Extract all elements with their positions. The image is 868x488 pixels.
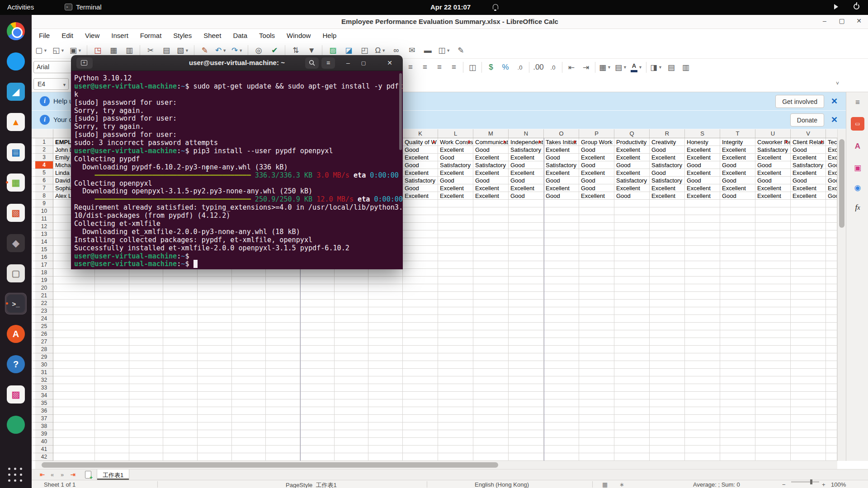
terminal-output[interactable]: Python 3.10.12user@user-virtual-machine:… — [71, 71, 403, 269]
row-header-40[interactable]: 40 — [35, 438, 53, 446]
cell[interactable]: Excellent — [685, 154, 720, 161]
cell[interactable]: Excellent — [650, 192, 684, 200]
cell[interactable]: Creativity — [650, 138, 684, 146]
toolbar-autofilter-button[interactable]: ▼ — [306, 46, 317, 55]
row-header-23[interactable]: 23 — [35, 307, 53, 315]
dock-icon-libreoffice-impress[interactable]: ▧ — [5, 202, 27, 224]
clock[interactable]: Apr 22 01:07 — [430, 3, 471, 11]
row-header-38[interactable]: 38 — [35, 422, 53, 430]
dock-icon-vscode[interactable]: ◢ — [5, 81, 27, 103]
toolbar-redo-button[interactable]: ↷▼ — [231, 46, 243, 55]
cell[interactable]: Excellent — [438, 146, 473, 154]
menu-edit[interactable]: Edit — [61, 32, 73, 42]
dock-icon-files[interactable]: ▢ — [5, 263, 27, 284]
row-header-11[interactable]: 11 — [35, 215, 53, 223]
zoom-slider[interactable] — [791, 481, 819, 483]
row-header-27[interactable]: 27 — [35, 338, 53, 346]
next-sheet-icon[interactable]: » — [61, 471, 64, 478]
menu-data[interactable]: Data — [233, 32, 247, 42]
cell[interactable]: Exc — [826, 154, 837, 161]
dock-icon-terminal[interactable]: >_ — [5, 293, 27, 314]
cell[interactable]: Excellent — [544, 184, 579, 192]
toolbar-new-button[interactable]: ▢▼ — [35, 46, 47, 55]
toolbar-format-number-button[interactable]: .0 — [514, 64, 525, 71]
toolbar-cut-button[interactable]: ✂ — [145, 46, 156, 55]
dock-icon-app-blue[interactable] — [5, 51, 27, 72]
cell[interactable]: Excellent — [579, 192, 614, 200]
cell[interactable]: Good — [438, 177, 473, 184]
row-header-19[interactable]: 19 — [35, 277, 53, 284]
toolbar-border-style-button[interactable]: ▤▼ — [615, 63, 627, 72]
first-sheet-icon[interactable]: ⇤ — [40, 471, 45, 478]
row-header-26[interactable]: 26 — [35, 330, 53, 338]
cell[interactable]: Excellent — [791, 154, 826, 161]
menu-file[interactable]: File — [39, 32, 50, 42]
row-header-10[interactable]: 10 — [35, 207, 53, 215]
toolbar-align-center-button[interactable]: ≡ — [420, 63, 430, 72]
cell[interactable]: Good — [650, 169, 684, 177]
cell[interactable]: Productivity — [614, 138, 649, 146]
row-header-7[interactable]: 7 — [35, 184, 53, 192]
cell[interactable]: Exc — [826, 184, 837, 192]
column-header-Q[interactable]: Q — [614, 129, 650, 138]
toolbar-insert-columns-button[interactable]: ▥ — [680, 63, 691, 72]
cell[interactable]: Excellent — [685, 169, 720, 177]
cell[interactable]: Client Relati — [791, 138, 826, 146]
name-box[interactable]: E4 ▼ — [33, 78, 69, 90]
toolbar-format-currency-button[interactable]: $ — [486, 63, 496, 72]
cell[interactable]: Excellent — [473, 184, 508, 192]
cell[interactable]: Good — [614, 161, 649, 169]
properties-icon[interactable]: ▭ — [851, 117, 864, 131]
cell[interactable]: Group Work — [579, 138, 614, 146]
cell[interactable]: Good — [579, 161, 614, 169]
menu-window[interactable]: Window — [287, 32, 311, 42]
toolbar-print-button[interactable]: ▦ — [108, 46, 119, 55]
menu-view[interactable]: View — [85, 32, 99, 42]
terminal-maximize-button[interactable]: ▢ — [357, 57, 370, 69]
cell[interactable]: Good — [755, 161, 790, 169]
row-header-39[interactable]: 39 — [35, 430, 53, 438]
menu-styles[interactable]: Styles — [173, 32, 192, 42]
expand-formula-bar-icon[interactable]: ˅ — [836, 80, 839, 87]
row-header-15[interactable]: 15 — [35, 246, 53, 253]
toolbar-align-left-button[interactable]: ≡ — [405, 63, 416, 72]
cell[interactable]: Good — [685, 161, 720, 169]
cell[interactable]: Goo — [826, 192, 837, 200]
column-header-K[interactable]: K — [403, 129, 438, 138]
toolbar-special-character-button[interactable]: Ω▼ — [375, 46, 386, 55]
toolbar-export-pdf-button[interactable]: ◳ — [92, 46, 103, 55]
row-header-24[interactable]: 24 — [35, 315, 53, 323]
focused-app-menu[interactable]: > Terminal — [65, 3, 102, 11]
cell[interactable]: Excellent — [509, 154, 543, 161]
row-header-30[interactable]: 30 — [35, 361, 53, 369]
cell[interactable]: Satisfactory — [791, 161, 826, 169]
cell[interactable]: Satisfactory — [755, 146, 790, 154]
cell[interactable]: Good — [544, 192, 579, 200]
cell[interactable]: Good — [403, 161, 438, 169]
volume-icon[interactable] — [834, 4, 841, 9]
cell[interactable]: Excellent — [403, 192, 438, 200]
close-icon[interactable]: ✕ — [831, 115, 838, 125]
menu-tools[interactable]: Tools — [259, 32, 275, 42]
cell[interactable]: Takes Initiat — [544, 138, 579, 146]
donate-button[interactable]: Donate — [790, 113, 824, 127]
cell[interactable]: Excellent — [579, 169, 614, 177]
cell[interactable]: Good — [579, 184, 614, 192]
selection-mode-icon[interactable]: ▦ — [602, 481, 608, 488]
row-header-20[interactable]: 20 — [35, 284, 53, 292]
cell[interactable]: Excellent — [579, 154, 614, 161]
power-icon[interactable] — [854, 4, 859, 9]
cell[interactable]: Good — [720, 161, 755, 169]
close-icon[interactable]: ✕ — [831, 96, 838, 106]
cell[interactable]: Good — [509, 161, 543, 169]
styles-icon[interactable]: A — [851, 140, 864, 153]
cell[interactable]: Good — [473, 177, 508, 184]
dock-icon-vlc[interactable]: ▲ — [5, 111, 27, 133]
toolbar-decrease-indent-button[interactable]: ⇤ — [566, 63, 577, 72]
dock-icon-app-grid[interactable] — [5, 465, 27, 486]
row-header-37[interactable]: 37 — [35, 415, 53, 422]
toolbar-insert-pivot-button[interactable]: ◰ — [359, 46, 370, 55]
terminal-scrollbar[interactable] — [399, 73, 402, 267]
column-header-U[interactable]: U — [755, 129, 791, 138]
cell[interactable]: Excellent — [755, 169, 790, 177]
